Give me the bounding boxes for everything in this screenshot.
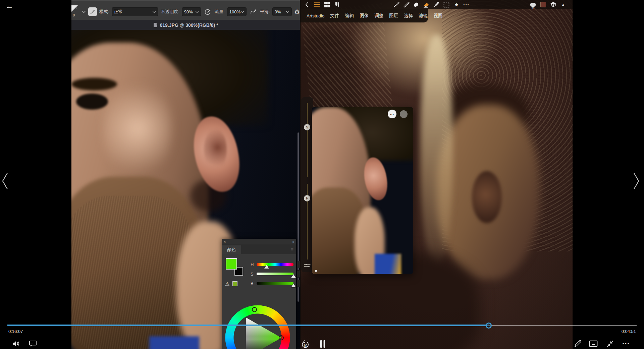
brush-size-badge: 38	[532, 7, 535, 10]
menu-layer[interactable]: 图层	[389, 13, 398, 19]
eyedropper-tool-button[interactable]	[431, 0, 441, 9]
ellipsis-icon: •••	[390, 113, 394, 116]
remaining-time: 0:04:51	[616, 329, 636, 334]
progress-knob[interactable]	[486, 323, 492, 329]
size-slider-knob[interactable]: S	[304, 124, 310, 130]
next-video-button[interactable]	[632, 172, 641, 192]
brush-preview[interactable]: 8	[71, 5, 79, 18]
menu-edit[interactable]: 编辑	[345, 13, 354, 19]
brightness-slider[interactable]	[257, 282, 293, 285]
opacity-label: 不透明度:	[161, 9, 179, 15]
input-mode-button[interactable]	[332, 0, 342, 9]
chevron-down-icon	[195, 11, 199, 13]
back-button[interactable]: ←	[5, 1, 13, 11]
main-menu-button[interactable]	[312, 0, 322, 9]
eraser-tool-button[interactable]	[421, 0, 431, 9]
size-slider-track[interactable]	[307, 103, 308, 177]
reference-resize-button[interactable]	[400, 110, 408, 118]
artstudio-window: ★ ••• 38 ▲ Artstudio 文件 编辑 图像	[300, 0, 573, 349]
select-tool-button[interactable]	[441, 0, 451, 9]
video-content[interactable]: 8 模式: 正常 不透明度: 90%	[71, 0, 573, 349]
mode-dropdown[interactable]: 正常	[112, 7, 159, 16]
marquee-icon	[443, 2, 449, 8]
menu-file[interactable]: 文件	[330, 13, 339, 19]
collapse-ui-button[interactable]: ▲	[558, 0, 568, 9]
hue-slider[interactable]	[257, 263, 293, 266]
brush-icon	[90, 9, 95, 14]
saturation-value-field[interactable]: 100	[297, 270, 300, 278]
hue-ring-selector[interactable]	[252, 307, 257, 312]
panel-close-icon[interactable]: ×	[224, 240, 226, 244]
saturation-slider[interactable]	[257, 273, 293, 275]
finger-pen-icon	[334, 2, 340, 8]
picture-in-picture-icon	[589, 340, 598, 347]
brush-stamp-icon	[71, 5, 78, 12]
reference-corner-dot	[315, 270, 317, 272]
back-chevron-button[interactable]	[302, 0, 312, 9]
skip-back-button[interactable]: 10	[301, 339, 310, 349]
gamut-swatch[interactable]	[232, 281, 237, 286]
current-color-button[interactable]	[538, 0, 548, 9]
photo-ear-inner	[204, 129, 227, 170]
layers-button[interactable]	[548, 0, 558, 9]
star-icon: ★	[454, 2, 459, 8]
reference-options-button[interactable]: •••	[388, 110, 396, 118]
menu-image[interactable]: 图像	[360, 13, 369, 19]
saturation-label: S	[251, 272, 255, 277]
subtitles-button[interactable]	[29, 339, 37, 348]
menu-adjust[interactable]: 调整	[374, 13, 383, 19]
menu-select[interactable]: 选择	[404, 13, 413, 19]
brush-tool-button[interactable]	[88, 7, 97, 16]
ellipsis-icon: •••	[623, 341, 630, 346]
flow-label: 流量:	[215, 9, 225, 15]
triangle-selector[interactable]	[279, 335, 284, 340]
artstudio-topbar: ★ ••• 38 ▲	[301, 0, 573, 9]
brightness-value-field[interactable]: 100	[297, 280, 300, 287]
brush-settings-button[interactable]: 38	[528, 0, 538, 9]
menu-filter[interactable]: 滤镜	[419, 13, 428, 19]
slider-settings-icon[interactable]	[304, 263, 311, 268]
photo-viewer-window: 8 模式: 正常 不透明度: 90%	[71, 0, 300, 349]
wet-brush-toggle-button[interactable]	[249, 7, 258, 16]
foreground-color-swatch[interactable]	[226, 258, 237, 270]
mode-label: 模式:	[99, 9, 109, 15]
previous-video-button[interactable]	[1, 172, 9, 192]
hamburger-menu-icon	[314, 2, 320, 7]
color-panel: × « 颜色 ≡ H 98 ° S	[222, 239, 296, 349]
airbrush-icon	[204, 8, 212, 15]
flow-dropdown[interactable]: 100%	[227, 7, 247, 16]
document-icon	[153, 22, 158, 27]
opacity-dropdown[interactable]: 90%	[182, 7, 201, 16]
hue-value-field[interactable]: 98	[297, 261, 300, 268]
ellipsis-icon: •••	[464, 3, 470, 6]
progress-bar[interactable]	[7, 324, 637, 327]
volume-button[interactable]	[11, 339, 20, 348]
pause-button[interactable]	[318, 340, 327, 348]
smudge-tool-button[interactable]	[411, 0, 421, 9]
annotate-button[interactable]	[574, 339, 582, 348]
flow-slider-knob[interactable]: F	[304, 195, 310, 201]
gallery-button[interactable]	[322, 0, 332, 9]
eraser-icon	[423, 2, 430, 8]
subtitles-icon	[29, 340, 37, 347]
reference-image-window[interactable]: •••	[312, 107, 413, 274]
paint-tool-button[interactable]	[391, 0, 401, 9]
gear-icon[interactable]: ⚙	[294, 9, 300, 15]
more-tools-button[interactable]: •••	[462, 0, 472, 9]
wet-paint-tool-button[interactable]	[401, 0, 411, 9]
brightness-label: B	[251, 281, 255, 286]
menu-view[interactable]: 视图	[433, 13, 442, 19]
favorites-button[interactable]: ★	[451, 0, 462, 9]
smoothing-dropdown[interactable]: 0%	[272, 7, 292, 16]
panel-collapse-icon[interactable]: «	[292, 240, 294, 244]
panel-menu-icon[interactable]: ≡	[290, 246, 293, 252]
airbrush-toggle-button[interactable]	[204, 7, 212, 16]
menu-artstudio[interactable]: Artstudio	[307, 13, 324, 18]
more-options-button[interactable]: •••	[622, 339, 631, 348]
brush-preview-chevron-icon[interactable]	[82, 10, 86, 13]
pip-button[interactable]	[589, 339, 598, 348]
tab-color[interactable]: 颜色	[222, 245, 241, 254]
color-wheel[interactable]	[225, 305, 290, 349]
chevron-down-icon	[152, 11, 156, 13]
exit-fullscreen-button[interactable]	[606, 339, 614, 348]
